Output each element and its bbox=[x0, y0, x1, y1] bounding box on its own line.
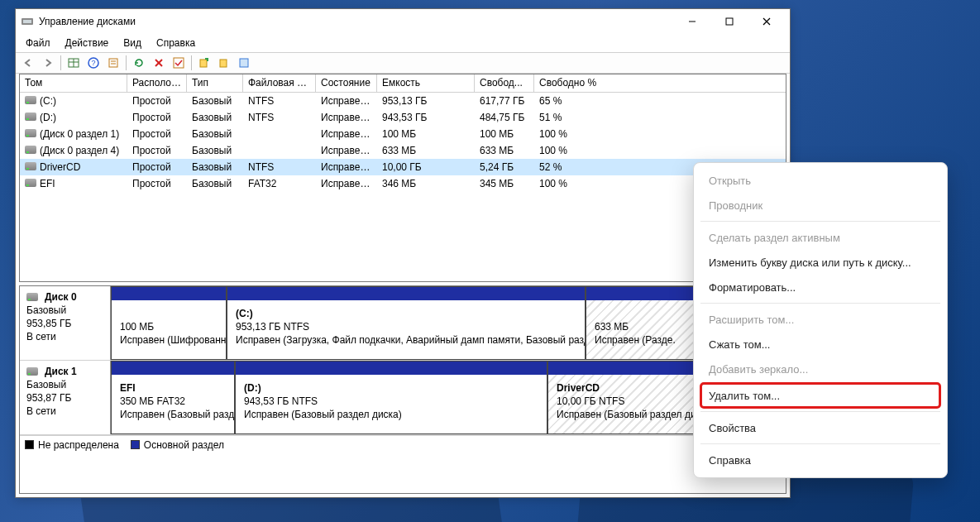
context-item: Сделать раздел активным bbox=[694, 225, 947, 250]
legend-unalloc: Не распределена bbox=[38, 439, 119, 451]
toolbar: ? bbox=[16, 52, 790, 74]
col-filesystem[interactable]: Файловая с... bbox=[243, 74, 316, 92]
context-item: Проводник bbox=[694, 193, 947, 218]
drive-icon bbox=[25, 179, 36, 187]
table-row[interactable]: DriverCD Простой Базовый NTFS Исправен..… bbox=[20, 159, 786, 175]
wizard-icon[interactable] bbox=[235, 54, 253, 72]
minimize-button[interactable] bbox=[673, 10, 710, 33]
context-item[interactable]: Изменить букву диска или путь к диску... bbox=[694, 250, 947, 275]
svg-rect-16 bbox=[174, 58, 184, 68]
props-icon[interactable] bbox=[104, 54, 122, 72]
context-separator bbox=[700, 303, 940, 304]
col-status[interactable]: Состояние bbox=[316, 74, 377, 92]
drive-icon bbox=[25, 162, 36, 170]
partition[interactable]: EFI 350 МБ FAT32 Исправен (Базовый разде bbox=[111, 361, 235, 434]
context-item[interactable]: Удалить том... bbox=[700, 383, 940, 408]
forward-button[interactable] bbox=[39, 54, 57, 72]
col-free[interactable]: Свобод... bbox=[475, 74, 534, 92]
new-spanned-icon[interactable] bbox=[215, 54, 233, 72]
menu-help[interactable]: Справка bbox=[150, 36, 202, 50]
svg-rect-1 bbox=[23, 20, 31, 23]
context-separator bbox=[700, 221, 940, 222]
disk-icon bbox=[26, 367, 38, 376]
context-separator bbox=[700, 411, 940, 412]
svg-text:?: ? bbox=[91, 59, 95, 67]
legend: Не распределена Основной раздел bbox=[20, 435, 786, 453]
disk-block: Диск 1 Базовый 953,87 ГБ В сети EFI 350 … bbox=[20, 361, 786, 435]
refresh-icon[interactable] bbox=[130, 54, 148, 72]
maximize-button[interactable] bbox=[710, 10, 748, 33]
close-button[interactable] bbox=[748, 10, 785, 33]
delete-icon[interactable] bbox=[150, 54, 168, 72]
col-volume[interactable]: Том bbox=[20, 74, 127, 92]
app-icon bbox=[21, 15, 34, 28]
disk-layout-pane[interactable]: Диск 0 Базовый 953,85 ГБ В сети 100 МБ И… bbox=[19, 285, 786, 494]
disk-icon bbox=[26, 293, 38, 301]
table-row[interactable]: (C:) Простой Базовый NTFS Исправен... 95… bbox=[20, 93, 786, 109]
table-row[interactable]: EFI Простой Базовый FAT32 Исправен... 34… bbox=[20, 175, 786, 192]
context-item: Расширить том... bbox=[694, 307, 947, 332]
menu-action[interactable]: Действие bbox=[59, 36, 116, 50]
menu-file[interactable]: Файл bbox=[19, 36, 57, 50]
context-item: Открыть bbox=[694, 168, 947, 193]
disk-info[interactable]: Диск 1 Базовый 953,87 ГБ В сети bbox=[20, 361, 111, 434]
svg-rect-19 bbox=[240, 59, 248, 67]
context-item[interactable]: Форматировать... bbox=[694, 275, 947, 299]
context-item[interactable]: Свойства bbox=[694, 415, 947, 440]
check-icon[interactable] bbox=[170, 54, 188, 72]
context-item: Добавить зеркало... bbox=[694, 357, 947, 381]
context-item[interactable]: Сжать том... bbox=[694, 332, 947, 357]
col-capacity[interactable]: Емкость bbox=[377, 74, 475, 92]
disk-management-window: Управление дисками Файл Действие Вид Спр… bbox=[15, 8, 791, 498]
context-item[interactable]: Справка bbox=[694, 448, 947, 472]
window-title: Управление дисками bbox=[39, 16, 136, 27]
drive-icon bbox=[25, 146, 36, 154]
table-icon[interactable] bbox=[65, 54, 83, 72]
disk-block: Диск 0 Базовый 953,85 ГБ В сети 100 МБ И… bbox=[20, 286, 786, 361]
partition[interactable]: 100 МБ Исправен (Шифрованнь bbox=[111, 286, 227, 360]
context-menu[interactable]: ОткрытьПроводникСделать раздел активнымИ… bbox=[693, 162, 948, 478]
col-type[interactable]: Тип bbox=[187, 74, 243, 92]
col-layout[interactable]: Располож... bbox=[127, 74, 187, 92]
drive-icon bbox=[25, 129, 36, 137]
partition[interactable]: (D:) 943,53 ГБ NTFS Исправен (Базовый ра… bbox=[235, 361, 547, 434]
svg-rect-18 bbox=[220, 60, 227, 67]
menubar: Файл Действие Вид Справка bbox=[16, 34, 790, 52]
col-pctfree[interactable]: Свободно % bbox=[534, 74, 609, 92]
titlebar[interactable]: Управление дисками bbox=[16, 9, 790, 34]
volumes-list[interactable]: Том Располож... Тип Файловая с... Состоя… bbox=[19, 74, 786, 282]
table-row[interactable]: (Диск 0 раздел 1) Простой Базовый Исправ… bbox=[20, 126, 786, 142]
context-separator bbox=[700, 443, 940, 444]
back-button[interactable] bbox=[19, 54, 37, 72]
drive-icon bbox=[25, 113, 36, 121]
legend-primary: Основной раздел bbox=[144, 439, 224, 451]
menu-view[interactable]: Вид bbox=[117, 36, 148, 50]
svg-rect-3 bbox=[726, 18, 733, 25]
disk-info[interactable]: Диск 0 Базовый 953,85 ГБ В сети bbox=[20, 286, 111, 360]
svg-rect-11 bbox=[109, 59, 117, 67]
svg-rect-17 bbox=[200, 60, 207, 67]
partition[interactable]: (C:) 953,13 ГБ NTFS Исправен (Загрузка, … bbox=[227, 286, 586, 360]
table-row[interactable]: (D:) Простой Базовый NTFS Исправен... 94… bbox=[20, 109, 786, 126]
new-simple-icon[interactable] bbox=[195, 54, 213, 72]
help-icon[interactable]: ? bbox=[84, 54, 103, 72]
column-headers[interactable]: Том Располож... Тип Файловая с... Состоя… bbox=[20, 74, 786, 93]
drive-icon bbox=[25, 96, 36, 104]
table-row[interactable]: (Диск 0 раздел 4) Простой Базовый Исправ… bbox=[20, 142, 786, 159]
